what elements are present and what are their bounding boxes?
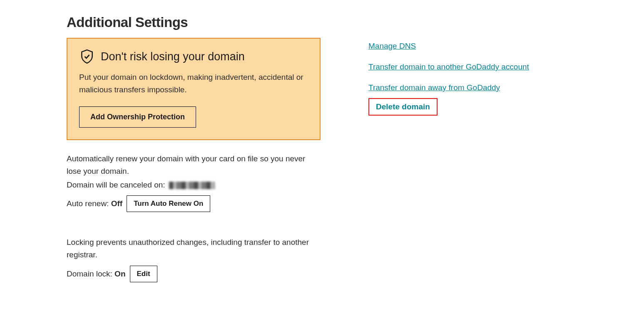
turn-auto-renew-on-button[interactable]: Turn Auto Renew On bbox=[127, 195, 210, 212]
ownership-protection-promo: Don't risk losing your domain Put your d… bbox=[67, 38, 321, 140]
domain-lock-section: Locking prevents unauthorized changes, i… bbox=[67, 236, 321, 282]
delete-domain-highlight: Delete domain bbox=[368, 98, 438, 116]
manage-dns-link[interactable]: Manage DNS bbox=[368, 42, 416, 51]
cancel-date-line: Domain will be canceled on: bbox=[67, 179, 321, 191]
transfer-away-from-godaddy-link[interactable]: Transfer domain away from GoDaddy bbox=[368, 83, 500, 92]
domain-lock-label: Domain lock: On bbox=[67, 269, 126, 279]
auto-renew-status: Off bbox=[111, 199, 122, 208]
auto-renew-description: Automatically renew your domain with you… bbox=[67, 153, 321, 178]
edit-domain-lock-button[interactable]: Edit bbox=[130, 266, 157, 282]
page-title: Additional Settings bbox=[67, 15, 321, 30]
promo-title: Don't risk losing your domain bbox=[101, 50, 245, 63]
add-ownership-protection-button[interactable]: Add Ownership Protection bbox=[79, 106, 196, 128]
domain-lock-description: Locking prevents unauthorized changes, i… bbox=[67, 236, 321, 261]
delete-domain-button[interactable]: Delete domain bbox=[376, 102, 430, 111]
promo-description: Put your domain on lockdown, making inad… bbox=[79, 71, 308, 96]
transfer-to-godaddy-account-link[interactable]: Transfer domain to another GoDaddy accou… bbox=[368, 62, 529, 72]
cancel-date-redacted bbox=[169, 182, 215, 189]
auto-renew-label: Auto renew: Off bbox=[67, 199, 122, 208]
auto-renew-section: Automatically renew your domain with you… bbox=[67, 153, 321, 212]
shield-check-icon bbox=[79, 49, 95, 64]
cancel-date-prefix: Domain will be canceled on: bbox=[67, 180, 165, 189]
domain-lock-status: On bbox=[114, 269, 125, 278]
